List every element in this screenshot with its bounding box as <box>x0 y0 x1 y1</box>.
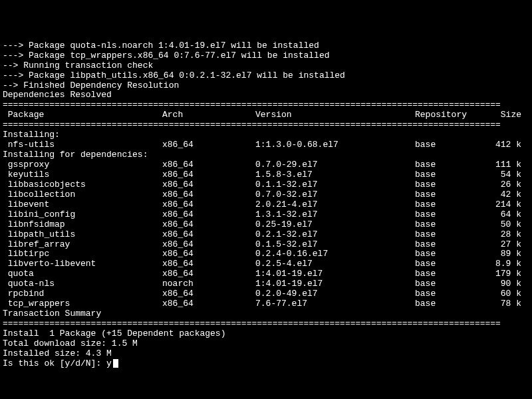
col-package: nfs-utils <box>3 140 162 150</box>
col-size: 179 k <box>481 269 521 279</box>
divider: ========================================… <box>3 120 529 130</box>
col-arch: Arch <box>162 110 255 120</box>
col-version: 0.7.0-32.el7 <box>255 190 415 200</box>
col-size: 42 k <box>481 190 521 200</box>
col-arch: x86_64 <box>162 190 255 200</box>
preamble-line: ---> Package libpath_utils.x86_64 0:0.2.… <box>3 71 529 81</box>
col-package: libref_array <box>3 240 162 250</box>
col-size: Size <box>481 110 521 120</box>
col-arch: x86_64 <box>162 269 255 279</box>
table-row: quota-nlsnoarch1:4.01-19.el7base90 k <box>3 279 529 289</box>
divider: ========================================… <box>3 100 529 110</box>
col-size: 89 k <box>481 249 521 259</box>
col-repo: base <box>415 240 481 250</box>
col-package: libtirpc <box>3 249 162 259</box>
col-version: 7.6-77.el7 <box>255 299 415 309</box>
col-version: 1:4.01-19.el7 <box>255 279 415 289</box>
table-row: gssproxyx86_640.7.0-29.el7base111 k <box>3 160 529 170</box>
col-repo: base <box>415 269 481 279</box>
col-size: 412 k <box>481 140 521 150</box>
col-arch: x86_64 <box>162 180 255 190</box>
summary-header: Transaction Summary <box>3 309 529 319</box>
table-row: libcollectionx86_640.7.0-32.el7base42 k <box>3 190 529 200</box>
col-repo: base <box>415 160 481 170</box>
table-row: quotax86_641:4.01-19.el7base179 k <box>3 269 529 279</box>
col-size: 214 k <box>481 200 521 210</box>
col-arch: x86_64 <box>162 259 255 269</box>
table-row: libref_arrayx86_640.1.5-32.el7base27 k <box>3 240 529 250</box>
total-download: Total download size: 1.5 M <box>3 339 529 349</box>
col-repo: base <box>415 210 481 220</box>
table-row: keyutilsx86_641.5.8-3.el7base54 k <box>3 170 529 180</box>
terminal-output: ---> Package quota-nls.noarch 1:4.01-19.… <box>3 41 529 369</box>
preamble-line: ---> Package quota-nls.noarch 1:4.01-19.… <box>3 41 529 51</box>
table-row: libpath_utilsx86_640.2.1-32.el7base28 k <box>3 230 529 240</box>
col-package: libbasicobjects <box>3 180 162 190</box>
col-version: 0.1.1-32.el7 <box>255 180 415 190</box>
col-version: 1:1.3.0-0.68.el7 <box>255 140 415 150</box>
col-size: 26 k <box>481 180 521 190</box>
col-size: 27 k <box>481 240 521 250</box>
table-row: libbasicobjectsx86_640.1.1-32.el7base26 … <box>3 180 529 190</box>
col-version: 0.2.4-0.16.el7 <box>255 249 415 259</box>
divider: ========================================… <box>3 319 529 329</box>
col-size: 111 k <box>481 160 521 170</box>
col-package: libpath_utils <box>3 230 162 240</box>
col-package: rpcbind <box>3 289 162 299</box>
col-package: quota <box>3 269 162 279</box>
col-version: 2.0.21-4.el7 <box>255 200 415 210</box>
col-version: 1:4.01-19.el7 <box>255 269 415 279</box>
cursor <box>113 359 118 368</box>
col-arch: x86_64 <box>162 210 255 220</box>
col-package: keyutils <box>3 170 162 180</box>
col-arch: x86_64 <box>162 240 255 250</box>
col-repo: base <box>415 279 481 289</box>
col-arch: x86_64 <box>162 230 255 240</box>
col-package: libverto-libevent <box>3 259 162 269</box>
confirm-prompt[interactable]: Is this ok [y/d/N]: y <box>3 359 529 369</box>
col-package: libcollection <box>3 190 162 200</box>
col-package: libnfsidmap <box>3 220 162 230</box>
col-version: Version <box>255 110 415 120</box>
col-arch: x86_64 <box>162 140 255 150</box>
prompt-input[interactable]: y <box>106 359 112 369</box>
table-row: libtirpcx86_640.2.4-0.16.el7base89 k <box>3 249 529 259</box>
col-package: gssproxy <box>3 160 162 170</box>
col-size: 60 k <box>481 289 521 299</box>
col-repo: base <box>415 289 481 299</box>
col-version: 0.2.5-4.el7 <box>255 259 415 269</box>
col-arch: x86_64 <box>162 220 255 230</box>
col-version: 0.2.1-32.el7 <box>255 230 415 240</box>
summary-line: Install 1 Package (+15 Dependent package… <box>3 329 529 339</box>
table-row: rpcbindx86_640.2.0-49.el7base60 k <box>3 289 529 299</box>
col-version: 1.3.1-32.el7 <box>255 210 415 220</box>
section-installing-deps: Installing for dependencies: <box>3 150 529 160</box>
table-row: libini_configx86_641.3.1-32.el7base64 k <box>3 210 529 220</box>
deps-resolved: Dependencies Resolved <box>3 90 529 100</box>
col-version: 0.1.5-32.el7 <box>255 240 415 250</box>
table-row: nfs-utilsx86_641:1.3.0-0.68.el7base412 k <box>3 140 529 150</box>
col-size: 54 k <box>481 170 521 180</box>
col-arch: x86_64 <box>162 160 255 170</box>
col-package: Package <box>3 110 162 120</box>
table-row: tcp_wrappersx86_647.6-77.el7base78 k <box>3 299 529 309</box>
col-size: 78 k <box>481 299 521 309</box>
col-repo: base <box>415 190 481 200</box>
col-size: 64 k <box>481 210 521 220</box>
col-repo: Repository <box>415 110 481 120</box>
col-repo: base <box>415 220 481 230</box>
table-row: libnfsidmapx86_640.25-19.el7base50 k <box>3 220 529 230</box>
col-repo: base <box>415 259 481 269</box>
col-arch: x86_64 <box>162 249 255 259</box>
col-repo: base <box>415 249 481 259</box>
col-package: libini_config <box>3 210 162 220</box>
col-repo: base <box>415 170 481 180</box>
col-size: 90 k <box>481 279 521 289</box>
col-size: 28 k <box>481 230 521 240</box>
prompt-text: Is this ok [y/d/N]: <box>3 359 106 369</box>
table-row: libverto-libeventx86_640.2.5-4.el7base8.… <box>3 259 529 269</box>
col-size: 8.9 k <box>481 259 521 269</box>
col-version: 0.25-19.el7 <box>255 220 415 230</box>
col-arch: x86_64 <box>162 289 255 299</box>
col-repo: base <box>415 200 481 210</box>
